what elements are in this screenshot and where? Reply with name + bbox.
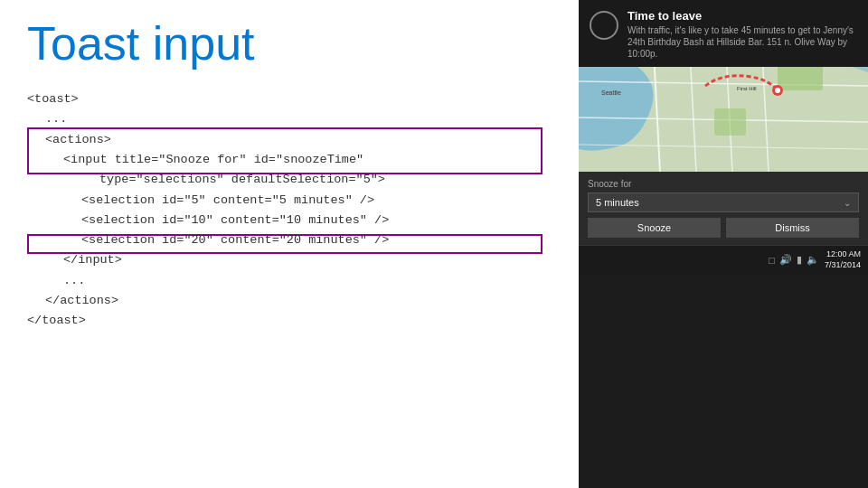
taskbar-date-text: 7/31/2014: [825, 260, 861, 271]
svg-text:First Hill: First Hill: [737, 86, 757, 91]
code-line-11: </actions>: [27, 291, 552, 311]
code-line-3: <actions>: [27, 130, 552, 150]
action-buttons: Snooze Dismiss: [588, 218, 859, 238]
code-line-2: ...: [27, 109, 552, 129]
dismiss-button[interactable]: Dismiss: [726, 218, 859, 238]
svg-point-17: [775, 88, 780, 93]
dropdown-value: 5 minutes: [596, 197, 844, 208]
taskbar-icon-2: 🔊: [779, 254, 792, 266]
taskbar-clock: 12:00 AM 7/31/2014: [825, 249, 861, 270]
code-block: <toast> ... <actions> <input title="Snoo…: [27, 89, 552, 331]
code-line-6: <selection id="5" content="5 minutes" />: [27, 191, 552, 211]
left-panel: Toast input <toast> ... <actions> <input…: [0, 0, 579, 488]
toast-header: Time to leave With traffic, it's like y …: [579, 0, 868, 67]
taskbar-icon-1: □: [769, 255, 775, 266]
code-line-7: <selection id="10" content="10 minutes" …: [27, 211, 552, 230]
code-line-10: ...: [27, 271, 552, 291]
toast-controls[interactable]: Snooze for 5 minutes ⌄ Snooze Dismiss: [579, 172, 868, 245]
code-line-4: <input title="Snooze for" id="snoozeTime…: [27, 150, 552, 170]
code-line-5: type="selections" defaultSelection="5">: [27, 170, 552, 190]
toast-title: Time to leave: [627, 9, 857, 23]
svg-rect-11: [714, 108, 746, 136]
code-line-8: <selection id="20" content="20 minutes" …: [27, 230, 552, 250]
toast-app-icon: [590, 11, 618, 40]
taskbar-system-icons: □ 🔊 ▮ 🔈: [769, 254, 819, 266]
taskbar: □ 🔊 ▮ 🔈 12:00 AM 7/31/2014: [579, 245, 868, 274]
snooze-dropdown[interactable]: 5 minutes ⌄: [588, 192, 859, 212]
volume-icon[interactable]: 🔈: [807, 254, 819, 266]
snooze-label: Snooze for: [588, 179, 859, 189]
code-line-12: </toast>: [27, 311, 552, 331]
page-title: Toast input: [27, 18, 552, 70]
chevron-down-icon: ⌄: [844, 198, 851, 208]
notification-area: Time to leave With traffic, it's like y …: [579, 0, 868, 488]
snooze-button[interactable]: Snooze: [588, 218, 721, 238]
toast-notification[interactable]: Time to leave With traffic, it's like y …: [579, 0, 868, 67]
code-line-1: <toast>: [27, 89, 552, 109]
taskbar-time-text: 12:00 AM: [825, 249, 861, 260]
taskbar-icon-3: ▮: [797, 254, 802, 266]
code-wrapper: <toast> ... <actions> <input title="Snoo…: [27, 89, 552, 331]
code-line-9: </input>: [27, 250, 552, 270]
svg-text:Seattle: Seattle: [601, 89, 621, 96]
toast-text-area: Time to leave With traffic, it's like y …: [627, 9, 857, 60]
right-panel: Time to leave With traffic, it's like y …: [579, 0, 868, 488]
toast-body: With traffic, it's like y to take 45 min…: [627, 24, 857, 60]
